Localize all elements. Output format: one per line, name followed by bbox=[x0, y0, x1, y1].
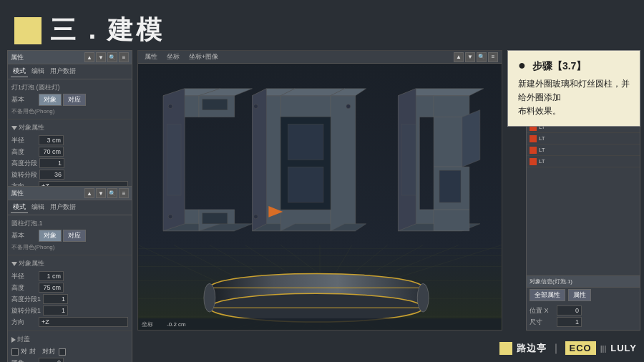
rp-pos-val[interactable]: 0 bbox=[557, 305, 582, 315]
scene-svg: 坐标 -0.2 cm bbox=[138, 64, 502, 330]
bot-radius-val[interactable]: 1 cm bbox=[39, 271, 64, 281]
panel-menu-btn[interactable]: ≡ bbox=[119, 52, 129, 62]
viewport-content[interactable]: 坐标 -0.2 cm bbox=[138, 64, 502, 330]
bot-fillet1-val[interactable]: 0 bbox=[39, 358, 64, 362]
rp-label-7: LT bbox=[539, 147, 545, 153]
svg-rect-23 bbox=[167, 124, 181, 195]
info-step: 步骤【3.7】 bbox=[532, 60, 586, 73]
svg-point-28 bbox=[253, 215, 258, 219]
rp-item-8[interactable]: LT bbox=[527, 156, 640, 167]
bot-obj-name: 圆柱灯泡.1 bbox=[11, 219, 43, 228]
bot-tab-mode[interactable]: 模式 bbox=[11, 202, 28, 213]
rp-bottom-inputs: 位置 X 0 尺寸 1 bbox=[527, 303, 640, 330]
info-bullet: ● bbox=[518, 58, 526, 73]
bot-hseg-val[interactable]: 1 bbox=[43, 294, 68, 304]
bot-basic-label: 基本 bbox=[11, 231, 36, 240]
svg-rect-20 bbox=[203, 213, 228, 224]
obj-props-label: 对象属性 bbox=[19, 123, 44, 132]
bot-cap-cb2[interactable] bbox=[59, 348, 66, 356]
vp-btn-down[interactable]: ▼ bbox=[465, 52, 475, 62]
vp-btn-search[interactable]: 🔍 bbox=[477, 52, 487, 62]
object-name-label: 灯1灯泡 (圆柱灯) bbox=[11, 83, 60, 92]
bot-dir-val[interactable]: +Z bbox=[39, 317, 128, 327]
bot-collapse-icon bbox=[11, 262, 17, 266]
svg-rect-31 bbox=[439, 170, 461, 202]
bot-cap-header: 封盖 bbox=[11, 333, 128, 346]
bot-cap-section: 封盖 对 封 对封 圆角 0 圆角 0 细分 20 cm bbox=[8, 331, 132, 362]
rp-bottom-title: 对象信息(灯泡.1) bbox=[527, 276, 640, 288]
vp-tab-props[interactable]: 属性 bbox=[142, 52, 160, 62]
collapse-icon bbox=[11, 126, 17, 130]
bot-props-label: 对象属性 bbox=[19, 259, 44, 268]
bot-fillet1-label: 圆角 bbox=[11, 358, 36, 363]
rp-bottom-panel: 对象信息(灯泡.1) 全部属性 属性 位置 X 0 尺寸 1 bbox=[527, 275, 640, 330]
tab-mode[interactable]: 模式 bbox=[11, 66, 28, 77]
rp-size-val[interactable]: 1 bbox=[557, 317, 582, 327]
svg-rect-40 bbox=[138, 318, 501, 330]
panel-down-btn[interactable]: ▼ bbox=[96, 52, 106, 62]
rp-attr-btn[interactable]: 属性 bbox=[568, 289, 591, 301]
svg-text:-0.2 cm: -0.2 cm bbox=[167, 321, 186, 328]
bot-cap-text1: 对 封 bbox=[21, 347, 36, 356]
bot-cap-text2: 对封 bbox=[42, 347, 55, 356]
bot-btn-resp[interactable]: 对应 bbox=[63, 230, 86, 242]
vp-btn-menu[interactable]: ≡ bbox=[488, 52, 498, 62]
vp-btn-up[interactable]: ▲ bbox=[454, 52, 464, 62]
rp-all-attr-btn[interactable]: 全部属性 bbox=[530, 289, 565, 301]
bot-btn-obj[interactable]: 对象 bbox=[39, 230, 62, 242]
panel-bot-down-btn[interactable]: ▼ bbox=[96, 188, 106, 198]
btn-response[interactable]: 对应 bbox=[63, 94, 86, 106]
bot-tab-user[interactable]: 用户数据 bbox=[48, 202, 78, 213]
tab-userdata[interactable]: 用户数据 bbox=[48, 66, 78, 77]
panel-bot-titlebar: 属性 ▲ ▼ 🔍 ≡ bbox=[8, 187, 132, 200]
bot-height-val[interactable]: 75 cm bbox=[39, 283, 64, 293]
vp-tab-coord[interactable]: 坐标 bbox=[164, 52, 182, 62]
info-box: ● 步骤【3.7】 新建外圈玻璃和灯丝圆柱，并给外圈添加布料效果。 bbox=[507, 50, 640, 127]
page-title: 三．建模 bbox=[50, 13, 165, 48]
rp-item-7[interactable]: LT bbox=[527, 145, 640, 156]
eco-label: ECO bbox=[565, 341, 596, 355]
panel-bot-menu-btn[interactable]: ≡ bbox=[119, 188, 129, 198]
vp-tab-coordimg[interactable]: 坐标+图像 bbox=[186, 52, 221, 62]
title-square bbox=[14, 17, 42, 44]
bottom-label: 路边亭 bbox=[517, 342, 547, 355]
svg-point-27 bbox=[253, 104, 258, 109]
rp-icon-8 bbox=[530, 158, 537, 165]
tab-edit[interactable]: 编辑 bbox=[29, 66, 47, 77]
svg-rect-30 bbox=[401, 124, 416, 195]
rp-bottom-row1: 全部属性 属性 bbox=[527, 288, 640, 303]
panel-up-btn[interactable]: ▲ bbox=[84, 52, 94, 62]
panel-search-btn[interactable]: 🔍 bbox=[107, 52, 117, 62]
prop-hseg-val[interactable]: 1 bbox=[39, 158, 64, 168]
bot-tab-edit[interactable]: 编辑 bbox=[29, 202, 47, 213]
prop-rseg-val[interactable]: 36 bbox=[39, 170, 64, 180]
luly-label: LULY bbox=[610, 343, 637, 353]
panel-bot-up-btn[interactable]: ▲ bbox=[84, 188, 94, 198]
material-label: 不备用色(Phong) bbox=[11, 107, 128, 115]
svg-rect-19 bbox=[203, 99, 228, 110]
svg-point-38 bbox=[204, 283, 215, 312]
object-props-section: 对象属性 半径 3 cm 高度 70 cm 高度分段 1 旋转分段 36 方向 … bbox=[8, 119, 132, 195]
svg-rect-26 bbox=[288, 167, 323, 202]
prop-height-val[interactable]: 70 cm bbox=[39, 147, 64, 157]
rp-icon-7 bbox=[530, 147, 537, 154]
bot-cap-cb1[interactable] bbox=[11, 348, 19, 356]
bottom-divider: ｜ bbox=[551, 342, 561, 355]
panel-bot-tabs: 模式 编辑 用户数据 bbox=[8, 200, 132, 215]
rp-item-6[interactable]: LT bbox=[527, 133, 640, 145]
prop-rseg-label: 旋转分段 bbox=[11, 170, 37, 180]
panel-top-title: 属性 bbox=[11, 53, 24, 62]
bot-obj-section: 圆柱灯泡.1 基本 对象 对应 不备用色(Phong) bbox=[8, 215, 132, 255]
bot-cap-label: 封盖 bbox=[17, 335, 30, 344]
rp-label-8: LT bbox=[539, 158, 545, 165]
rp-bottom-label: 对象信息(灯泡.1) bbox=[530, 278, 572, 285]
prop-radius-val[interactable]: 3 cm bbox=[39, 135, 64, 145]
svg-point-29 bbox=[346, 104, 351, 109]
bot-props-header: 对象属性 bbox=[11, 258, 128, 270]
prop-hseg-label: 高度分段 bbox=[11, 159, 37, 168]
bot-rseg-val[interactable]: 1 bbox=[43, 305, 68, 315]
bot-hseg-label: 高度分段1 bbox=[11, 295, 41, 304]
panel-bot-search-btn[interactable]: 🔍 bbox=[107, 188, 117, 198]
title-bar: 三．建模 bbox=[14, 13, 165, 48]
btn-object[interactable]: 对象 bbox=[39, 94, 62, 106]
